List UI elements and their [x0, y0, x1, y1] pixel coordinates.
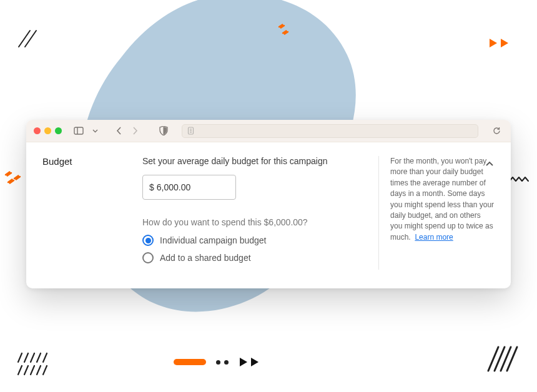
budget-amount-value: 6,000.00: [157, 182, 191, 192]
currency-symbol: $: [149, 182, 154, 192]
svg-marker-15: [251, 358, 259, 366]
browser-titlebar: [26, 120, 511, 142]
section-title: Budget: [42, 156, 142, 167]
shield-icon[interactable]: [157, 125, 170, 137]
radio-shared-budget[interactable]: Add to a shared budget: [142, 252, 366, 263]
address-bar[interactable]: [182, 124, 478, 138]
svg-line-9: [18, 366, 22, 375]
svg-marker-2: [490, 39, 497, 47]
decoration-zigzag: [508, 175, 531, 187]
radio-individual-budget[interactable]: Individual campaign budget: [142, 235, 366, 246]
svg-line-4: [18, 353, 22, 362]
svg-line-10: [24, 366, 28, 375]
reload-button[interactable]: [490, 124, 503, 138]
radio-label: Individual campaign budget: [160, 235, 266, 245]
svg-line-6: [31, 353, 34, 362]
radio-icon: [142, 235, 154, 246]
budget-heading: Set your average daily budget for this c…: [142, 156, 366, 166]
svg-marker-3: [501, 39, 508, 47]
spend-question: How do you want to spend this $6,000.00?: [142, 217, 366, 227]
window-controls: [34, 127, 62, 134]
svg-line-11: [31, 366, 34, 375]
radio-icon: [142, 252, 154, 263]
budget-form: Set your average daily budget for this c…: [142, 156, 378, 270]
info-text-body: For the month, you won't pay more than y…: [390, 157, 494, 242]
svg-marker-14: [240, 358, 247, 366]
chevron-down-icon[interactable]: [88, 125, 102, 137]
decoration-carousel-indicators: [174, 357, 262, 367]
decoration-diagonal-lines: [14, 28, 37, 52]
decoration-dots: [216, 360, 229, 365]
svg-line-5: [24, 353, 28, 362]
svg-rect-20: [74, 127, 83, 134]
close-button[interactable]: [34, 127, 41, 134]
svg-line-1: [25, 31, 36, 47]
decoration-double-play: [488, 37, 513, 49]
svg-line-7: [37, 353, 41, 362]
radio-label: Add to a shared budget: [160, 253, 251, 263]
decoration-hatch-lines: [485, 343, 518, 380]
svg-line-0: [19, 31, 30, 47]
decoration-double-play: [239, 357, 262, 367]
info-panel: For the month, you won't pay more than y…: [378, 156, 495, 270]
minimize-button[interactable]: [44, 127, 51, 134]
forward-button[interactable]: [128, 125, 142, 137]
svg-line-12: [37, 366, 41, 375]
info-text: For the month, you won't pay more than y…: [390, 156, 495, 243]
budget-amount-input[interactable]: $ 6,000.00: [142, 175, 236, 200]
learn-more-link[interactable]: Learn more: [415, 233, 453, 242]
decoration-zigzag: [3, 169, 26, 194]
decoration-zigzag: [277, 22, 294, 42]
svg-line-8: [43, 353, 47, 362]
svg-line-13: [43, 366, 47, 375]
section-label-column: Budget: [42, 156, 142, 270]
page-content: Budget Set your average daily budget for…: [26, 142, 511, 288]
decoration-pill: [174, 359, 206, 365]
sidebar-toggle-button[interactable]: [72, 125, 86, 137]
collapse-button[interactable]: [482, 156, 497, 171]
maximize-button[interactable]: [55, 127, 62, 134]
back-button[interactable]: [112, 125, 126, 137]
browser-window: Budget Set your average daily budget for…: [26, 120, 511, 288]
decoration-hatch-lines: [16, 352, 59, 386]
